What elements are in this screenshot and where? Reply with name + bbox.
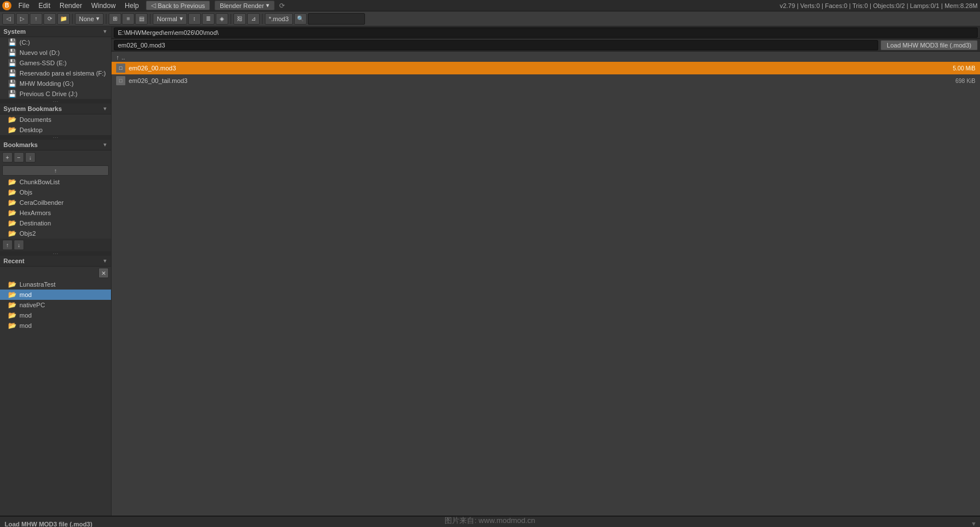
folder-icon: 📂 — [8, 209, 17, 217]
scroll-bookmarks-down-icon[interactable]: ↓ — [14, 240, 24, 250]
scroll-bookmarks-up-icon[interactable]: ↑ — [2, 240, 13, 250]
drive-icon: 💾 — [8, 69, 17, 77]
sidebar-item-e[interactable]: 💾 Games-SSD (E:) — [0, 58, 111, 68]
sidebar-item-mod-3[interactable]: 📂 mod — [0, 320, 111, 331]
clear-recent-btn[interactable]: ✕ — [98, 268, 109, 278]
bookmarks-collapse-icon: ▼ — [102, 106, 108, 112]
file-item-0[interactable]: □ em026_00.mod3 5.00 MiB — [112, 62, 980, 74]
separator-4 — [231, 14, 231, 24]
blender-version-icon: ⟳ — [279, 2, 285, 10]
file-thumbnail-1: □ — [116, 76, 125, 85]
folder-icon: 📂 — [8, 291, 17, 299]
sidebar-item-d[interactable]: 💾 Nuevo vol (D:) — [0, 47, 111, 58]
sidebar-item-desktop[interactable]: 📂 Desktop — [0, 125, 111, 135]
search-input[interactable] — [308, 13, 365, 25]
sidebar-item-destination[interactable]: 📂 Destination — [0, 218, 111, 228]
operator-collapse-icon: ▾ — [972, 520, 975, 527]
sidebar-item-mod-2[interactable]: 📂 mod — [0, 310, 111, 320]
separator-3 — [150, 14, 150, 24]
folder-icon: 📂 — [8, 219, 17, 227]
system-collapse-icon: ▼ — [102, 29, 108, 34]
hide-btn[interactable]: ◈ — [216, 13, 228, 25]
file-item-1[interactable]: □ em026_00_tail.mod3 698 KiB — [112, 74, 980, 87]
folder-icon: 📂 — [8, 229, 17, 237]
sidebar-item-ceracoilbender[interactable]: 📂 CeraCoilbender — [0, 197, 111, 208]
chevron-down-icon: ▾ — [266, 2, 269, 9]
render-engine-dropdown[interactable]: Blender Render ▾ — [215, 1, 275, 10]
sidebar-item-hexarmors[interactable]: 📂 HexArmors — [0, 208, 111, 218]
sidebar-item-g[interactable]: 💾 MHW Modding (G:) — [0, 78, 111, 89]
sidebar-item-documents[interactable]: 📂 Documents — [0, 114, 111, 125]
menu-file[interactable]: File — [16, 2, 31, 10]
file-size-0: 5.00 MiB — [953, 65, 975, 72]
sidebar-item-lunastratest[interactable]: 📂 LunastraTest — [0, 279, 111, 290]
toolbar-nav-up[interactable]: ↑ — [30, 13, 42, 25]
menu-edit[interactable]: Edit — [36, 2, 53, 10]
view-thumbnails-btn[interactable]: ⊞ — [109, 13, 121, 25]
move-bookmark-down-btn[interactable]: ↓ — [25, 152, 35, 163]
toolbar-reload[interactable]: ⟳ — [43, 13, 56, 25]
nav-chevron-icon: ▾ — [96, 15, 100, 22]
view-details-btn[interactable]: ▤ — [135, 13, 148, 25]
separator-5 — [262, 14, 263, 24]
folder-icon: 📂 — [8, 322, 17, 330]
sidebar-user-bookmarks-header[interactable]: Bookmarks ▼ — [0, 140, 111, 150]
load-file-button[interactable]: Load MHW MOD3 file (.mod3) — [880, 40, 978, 50]
operator-title: Load MHW MOD3 file (.mod3) ▾ — [2, 519, 978, 527]
filename-input[interactable] — [114, 40, 878, 50]
toolbar: ◁ ▷ ↑ ⟳ 📁 None ▾ ⊞ ≡ ▤ Normal ▾ ↕ ≣ ◈ ⛓ … — [0, 11, 980, 26]
remove-bookmark-btn[interactable]: − — [14, 152, 24, 163]
scroll-up-btn[interactable]: ↑ — [2, 165, 109, 176]
menu-help[interactable]: Help — [122, 2, 141, 10]
separator-2 — [106, 14, 106, 24]
search-icon[interactable]: 🔍 — [294, 13, 307, 25]
file-size-1: 698 KiB — [955, 78, 975, 84]
folder-icon: 📂 — [8, 280, 17, 288]
sidebar-item-objs2[interactable]: 📂 Objs2 — [0, 228, 111, 239]
sidebar-item-chunkbowlist[interactable]: 📂 ChunkBowList — [0, 177, 111, 187]
sidebar-user-bookmarks-resize[interactable] — [0, 251, 111, 256]
sidebar-item-nativepc[interactable]: 📂 nativePC — [0, 300, 111, 310]
sidebar-item-c[interactable]: 💾 (C:) — [0, 37, 111, 47]
back-arrow-icon: ◁ — [151, 2, 156, 9]
sidebar-item-f[interactable]: 💾 Reservado para el sistema (F:) — [0, 68, 111, 78]
toolbar-nav-next[interactable]: ▷ — [16, 13, 29, 25]
filename-bar: Load MHW MOD3 file (.mod3) — [112, 39, 980, 51]
funnel-icon[interactable]: ⊿ — [247, 13, 260, 25]
view-list-btn[interactable]: ≡ — [122, 13, 134, 25]
folder-icon: 📂 — [8, 301, 17, 309]
sidebar-system-resize[interactable] — [0, 99, 111, 104]
sidebar-bookmarks-header[interactable]: System Bookmarks ▼ — [0, 104, 111, 114]
sort-btn[interactable]: ↕ — [188, 13, 201, 25]
parent-dir-item[interactable]: ↑ .. — [112, 53, 980, 62]
operator-panel: Load MHW MOD3 file (.mod3) ▾ Operator Pr… — [0, 516, 980, 527]
mode-chevron-icon: ▾ — [180, 15, 183, 22]
blender-icon: B — [2, 1, 11, 10]
path-bar — [112, 26, 980, 39]
sidebar-item-mod-active[interactable]: 📂 mod — [0, 290, 111, 300]
drive-icon: 💾 — [8, 59, 17, 67]
toolbar-new-folder[interactable]: 📁 — [57, 13, 70, 25]
menu-render[interactable]: Render — [57, 2, 84, 10]
back-to-previous-button[interactable]: ◁ Back to Previous — [146, 1, 211, 10]
user-bookmarks-collapse-icon: ▼ — [102, 142, 108, 148]
recent-collapse-icon: ▼ — [102, 258, 108, 264]
drive-icon: 💾 — [8, 80, 17, 88]
file-browser: Load MHW MOD3 file (.mod3) ↑ .. □ em026_… — [112, 26, 980, 516]
sidebar-recent-header[interactable]: Recent ▼ — [0, 256, 111, 267]
filter-btn[interactable]: ≣ — [202, 13, 215, 25]
folder-icon: 📂 — [8, 311, 17, 319]
link-btn[interactable]: ⛓ — [233, 13, 246, 25]
menu-window[interactable]: Window — [89, 2, 118, 10]
sidebar-item-objs[interactable]: 📂 Objs — [0, 187, 111, 197]
view-toggle-group: ⊞ ≡ ▤ — [109, 13, 148, 25]
view-mode-dropdown[interactable]: Normal ▾ — [153, 13, 187, 25]
bookmark-action-row: + − ↓ — [0, 150, 111, 164]
sidebar-bookmarks-resize[interactable] — [0, 135, 111, 140]
sidebar-system-header[interactable]: System ▼ — [0, 26, 111, 37]
sidebar-item-j[interactable]: 💾 Previous C Drive (J:) — [0, 89, 111, 99]
toolbar-nav-prev[interactable]: ◁ — [2, 13, 15, 25]
nav-dropdown[interactable]: None ▾ — [75, 13, 104, 25]
path-input[interactable] — [114, 27, 978, 38]
add-bookmark-btn[interactable]: + — [2, 152, 13, 163]
